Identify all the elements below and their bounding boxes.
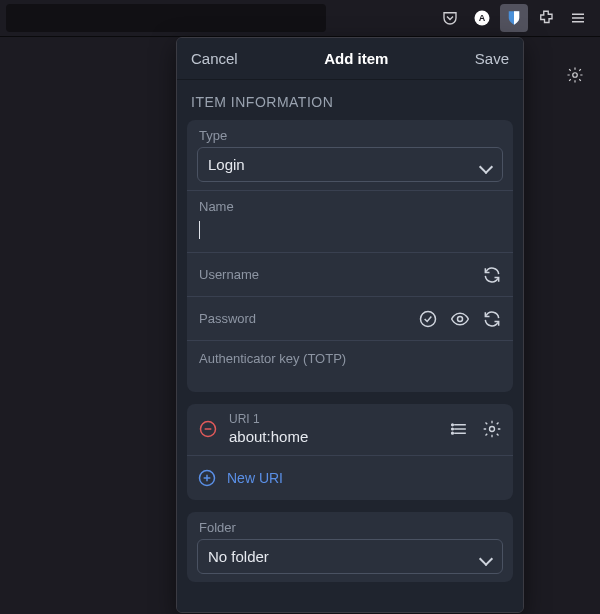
svg-point-16	[490, 426, 495, 431]
regenerate-username-icon[interactable]	[481, 264, 503, 286]
bitwarden-icon[interactable]	[500, 4, 528, 32]
autoplay-badge-icon[interactable]: A	[468, 4, 496, 32]
pocket-icon[interactable]	[436, 4, 464, 32]
username-label[interactable]: Username	[199, 267, 501, 282]
name-input[interactable]	[187, 216, 513, 252]
svg-point-6	[421, 311, 436, 326]
match-detection-icon[interactable]	[449, 418, 471, 440]
text-caret	[199, 221, 200, 239]
svg-point-15	[452, 432, 454, 434]
folder-label: Folder	[187, 512, 513, 537]
svg-text:A: A	[479, 13, 486, 23]
uri-field[interactable]: URI 1 about:home	[227, 412, 441, 445]
svg-point-7	[458, 316, 463, 321]
page-settings-icon[interactable]	[562, 62, 588, 88]
type-label: Type	[187, 120, 513, 145]
toggle-visibility-icon[interactable]	[449, 308, 471, 330]
add-item-popup: Cancel Add item Save ITEM INFORMATION Ty…	[176, 37, 524, 613]
svg-point-14	[452, 428, 454, 430]
regenerate-password-icon[interactable]	[481, 308, 503, 330]
svg-point-5	[573, 73, 578, 78]
new-uri-button[interactable]: New URI	[187, 456, 513, 500]
new-uri-label: New URI	[227, 470, 283, 486]
cancel-button[interactable]: Cancel	[191, 50, 238, 67]
popup-title: Add item	[238, 50, 475, 67]
url-bar[interactable]	[6, 4, 326, 32]
uri-label: URI 1	[227, 412, 441, 426]
hamburger-menu-icon[interactable]	[564, 4, 592, 32]
extension-icon[interactable]	[532, 4, 560, 32]
add-circle-icon	[197, 468, 217, 488]
svg-point-13	[452, 424, 454, 426]
folder-select[interactable]: No folder	[197, 539, 503, 574]
popup-header: Cancel Add item Save	[177, 38, 523, 80]
check-password-icon[interactable]	[417, 308, 439, 330]
uri-options-icon[interactable]	[481, 418, 503, 440]
save-button[interactable]: Save	[475, 50, 509, 67]
uri-value: about:home	[227, 428, 441, 445]
section-heading: ITEM INFORMATION	[187, 80, 513, 120]
name-label: Name	[187, 191, 513, 216]
type-select[interactable]: Login	[197, 147, 503, 182]
remove-uri-icon[interactable]	[197, 418, 219, 440]
totp-label[interactable]: Authenticator key (TOTP)	[187, 341, 513, 392]
